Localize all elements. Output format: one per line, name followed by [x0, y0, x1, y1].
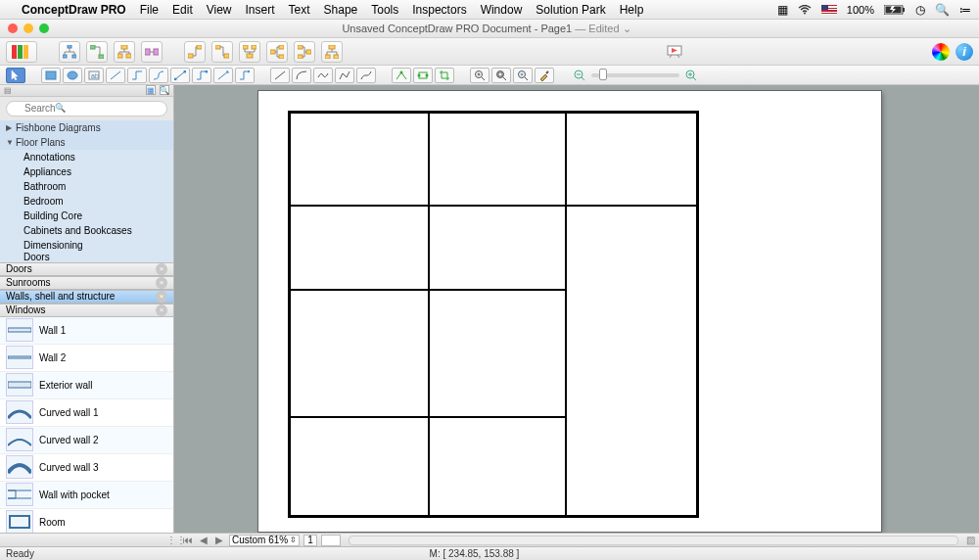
tree-floorplans[interactable]: ▼Floor Plans: [0, 135, 173, 150]
menu-extras-icon[interactable]: ≔: [959, 3, 971, 17]
lib-sunrooms[interactable]: Sunrooms×: [0, 276, 173, 290]
conn-tool-2[interactable]: [149, 68, 168, 83]
menu-file[interactable]: File: [140, 3, 159, 17]
library-search-input[interactable]: [6, 101, 167, 117]
lib-windows[interactable]: Windows×: [0, 303, 173, 317]
floor-plan-drawing[interactable]: [288, 111, 699, 518]
edit-conn-tool[interactable]: [413, 68, 433, 83]
minimize-window-button[interactable]: [23, 23, 33, 33]
view-grid-button[interactable]: ▦: [146, 85, 156, 95]
clock-icon[interactable]: ◷: [915, 3, 925, 17]
crop-tool[interactable]: [435, 68, 454, 83]
lib-doors[interactable]: Doors×: [0, 262, 173, 276]
zoom-in-tool[interactable]: [470, 68, 490, 83]
layout4-button[interactable]: [321, 41, 343, 63]
zoom-actual-tool[interactable]: [513, 68, 533, 83]
menu-inspectors[interactable]: Inspectors: [412, 3, 466, 17]
zoom-fit-tool[interactable]: [491, 68, 511, 83]
tree-sub-bathroom[interactable]: Bathroom: [0, 179, 173, 194]
presentation-button[interactable]: [664, 41, 685, 63]
menu-solution-park[interactable]: Solution Park: [536, 3, 605, 17]
info-button[interactable]: i: [956, 43, 973, 61]
flag-icon[interactable]: [821, 5, 837, 15]
page-next-button[interactable]: ▶: [213, 535, 225, 545]
layout2-button[interactable]: [266, 41, 288, 63]
page-first-button[interactable]: ⏮: [182, 535, 194, 545]
zoom-window-button[interactable]: [39, 23, 49, 33]
tree-fishbone[interactable]: ▶Fishbone Diagrams: [0, 120, 173, 135]
conn-tool-4[interactable]: [192, 68, 211, 83]
zoom-out-button[interactable]: [570, 68, 589, 83]
tree-sub-appliances[interactable]: Appliances: [0, 164, 173, 179]
shape-curved-wall-3[interactable]: Curved wall 3: [0, 454, 173, 482]
menu-insert[interactable]: Insert: [246, 3, 275, 17]
menu-text[interactable]: Text: [289, 3, 310, 17]
close-icon[interactable]: ×: [156, 291, 167, 303]
menu-window[interactable]: Window: [481, 3, 523, 17]
bezier-tool[interactable]: [356, 68, 376, 83]
shape-exterior-wall[interactable]: Exterior wall: [0, 372, 173, 399]
orgchart-tool-button[interactable]: [114, 41, 135, 63]
close-icon[interactable]: ×: [156, 277, 167, 289]
menu-tools[interactable]: Tools: [371, 3, 398, 17]
chain-tool-button[interactable]: [86, 41, 108, 63]
zoom-in-button[interactable]: [681, 68, 701, 83]
search-icon[interactable]: 🔍: [935, 3, 950, 17]
line-draw-tool[interactable]: [270, 68, 290, 83]
conn-tool-5[interactable]: [213, 68, 233, 83]
lib-walls[interactable]: Walls, shell and structure×: [0, 290, 173, 303]
shape-room[interactable]: Room: [0, 509, 173, 533]
page-tab-1[interactable]: 1: [303, 535, 317, 546]
horizontal-scrollbar[interactable]: [349, 536, 958, 545]
page-prev-button[interactable]: ◀: [198, 535, 210, 545]
flow-tool-button[interactable]: [141, 41, 163, 63]
page-add-button[interactable]: [321, 535, 341, 546]
color-wheel-button[interactable]: [932, 43, 950, 61]
drawing-paper[interactable]: [258, 91, 881, 532]
arc-tool[interactable]: [292, 68, 311, 83]
align-tool-button[interactable]: [184, 41, 206, 63]
menu-shape[interactable]: Shape: [324, 3, 358, 17]
panel-collapse-icon[interactable]: ⋮⋮: [166, 535, 178, 545]
shape-wall-pocket[interactable]: Wall with pocket: [0, 482, 173, 509]
shape-curved-wall-2[interactable]: Curved wall 2: [0, 427, 173, 454]
layout1-button[interactable]: [239, 41, 260, 63]
tree-sub-annotations[interactable]: Annotations: [0, 150, 173, 164]
rect-tool[interactable]: [41, 68, 61, 83]
conn-tool-3[interactable]: [170, 68, 190, 83]
spline-tool[interactable]: [313, 68, 333, 83]
shape-curved-wall-1[interactable]: Curved wall 1: [0, 399, 173, 427]
text-tool[interactable]: ab: [84, 68, 104, 83]
tree-sub-building-core[interactable]: Building Core: [0, 209, 173, 223]
close-icon[interactable]: ×: [156, 263, 167, 275]
palette-button[interactable]: [6, 41, 37, 63]
menu-view[interactable]: View: [207, 3, 232, 17]
conn-tool-6[interactable]: [235, 68, 255, 83]
layout3-button[interactable]: [294, 41, 315, 63]
conn-tool-1[interactable]: [127, 68, 147, 83]
app-menu[interactable]: ConceptDraw PRO: [22, 3, 126, 17]
zoom-slider[interactable]: [591, 73, 679, 77]
select-tool[interactable]: [6, 68, 25, 83]
menu-edit[interactable]: Edit: [172, 3, 193, 17]
title-dropdown-icon[interactable]: ⌄: [623, 23, 631, 34]
close-window-button[interactable]: [8, 23, 18, 33]
library-menu-icon[interactable]: ▤: [0, 86, 12, 95]
edit-points-tool[interactable]: [392, 68, 411, 83]
close-icon[interactable]: ×: [156, 304, 167, 316]
line-tool[interactable]: [106, 68, 125, 83]
view-search-button[interactable]: 🔍: [160, 85, 169, 95]
canvas-area[interactable]: [174, 85, 979, 533]
tree-sub-dimensioning[interactable]: Dimensioning: [0, 238, 173, 253]
ellipse-tool[interactable]: [63, 68, 82, 83]
wifi-icon[interactable]: [798, 5, 812, 15]
tree-sub-doors[interactable]: Doors: [0, 253, 173, 262]
zoom-level-field[interactable]: Custom 61% ⇳: [229, 535, 300, 546]
shape-wall-1[interactable]: Wall 1: [0, 317, 173, 345]
tree-tool-button[interactable]: [59, 41, 80, 63]
distribute-tool-button[interactable]: [211, 41, 233, 63]
tree-sub-bedroom[interactable]: Bedroom: [0, 194, 173, 209]
eyedropper-tool[interactable]: [535, 68, 554, 83]
shape-wall-2[interactable]: Wall 2: [0, 345, 173, 372]
resize-grip-icon[interactable]: ▨: [966, 535, 975, 545]
